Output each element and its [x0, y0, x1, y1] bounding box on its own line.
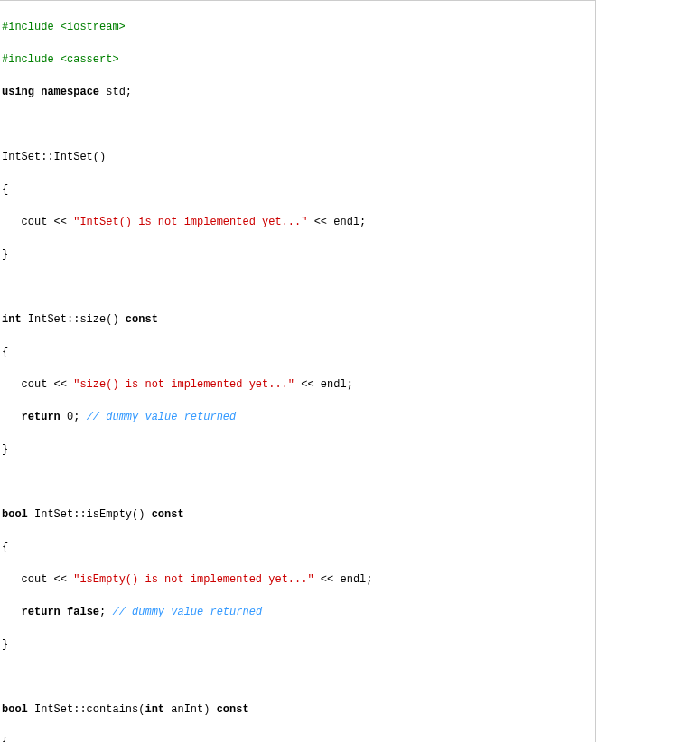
brace-open: {: [2, 183, 8, 196]
code-line: [2, 474, 595, 490]
code-line: int IntSet::size() const: [2, 311, 595, 328]
kw-const: const: [126, 313, 158, 326]
preproc-hash: #include: [2, 21, 54, 33]
code-line: {: [2, 344, 595, 360]
preproc-hash: #include: [2, 53, 54, 66]
brace-close: }: [2, 248, 8, 261]
code-line: IntSet::IntSet(): [2, 149, 595, 165]
semicolon: ;: [99, 606, 112, 618]
kw-int: int: [145, 703, 164, 716]
endl-tail: << endl;: [314, 573, 373, 586]
string-literal: "isEmpty() is not implemented yet...": [73, 573, 313, 586]
code-line: #include <iostream>: [2, 19, 595, 35]
func-sig: IntSet::isEmpty(): [28, 508, 152, 521]
indent: [2, 411, 22, 423]
code-line: }: [2, 441, 595, 458]
kw-return: return: [22, 411, 61, 423]
cout-prefix: cout <<: [2, 573, 73, 586]
kw-bool: bool: [2, 508, 28, 521]
code-line: {: [2, 734, 595, 742]
kw-int: int: [2, 313, 22, 326]
code-line: cout << "size() is not implemented yet..…: [2, 376, 595, 393]
comment: // dummy value returned: [87, 411, 237, 423]
kw-using: using: [2, 86, 34, 98]
ret-val: 0;: [61, 411, 87, 423]
func-sig: IntSet::contains(: [28, 703, 145, 716]
space: [61, 606, 67, 618]
func-sig: anInt): [164, 703, 217, 716]
code-line: }: [2, 246, 595, 263]
kw-namespace: namespace: [41, 86, 99, 98]
kw-const: const: [217, 703, 249, 716]
string-literal: "IntSet() is not implemented yet...": [73, 216, 307, 228]
func-sig: IntSet::size(): [22, 313, 126, 326]
code-line: cout << "IntSet() is not implemented yet…: [2, 214, 595, 230]
code-line: [2, 116, 595, 133]
code-line: }: [2, 636, 595, 653]
brace-open: {: [2, 346, 8, 358]
brace-close: }: [2, 638, 8, 651]
endl-tail: << endl;: [294, 378, 353, 391]
code-line: cout << "isEmpty() is not implemented ye…: [2, 571, 595, 588]
code-line: [2, 669, 595, 685]
cout-prefix: cout <<: [2, 216, 73, 228]
kw-const: const: [152, 508, 184, 521]
code-line: [2, 279, 595, 295]
endl-tail: << endl;: [307, 216, 366, 228]
include-header: <cassert>: [54, 53, 119, 66]
string-literal: "size() is not implemented yet...": [73, 378, 294, 391]
kw-false: false: [67, 606, 99, 618]
code-line: #include <cassert>: [2, 51, 595, 68]
brace-close: }: [2, 443, 8, 456]
kw-bool: bool: [2, 703, 28, 716]
code-block: #include <iostream> #include <cassert> u…: [0, 0, 596, 742]
code-line: return 0; // dummy value returned: [2, 409, 595, 425]
indent: [2, 606, 22, 618]
comment: // dummy value returned: [112, 606, 262, 618]
code-line: bool IntSet::contains(int anInt) const: [2, 701, 595, 718]
include-header: <iostream>: [54, 21, 126, 33]
code-line: using namespace std;: [2, 84, 595, 100]
code-line: {: [2, 181, 595, 198]
code-line: {: [2, 539, 595, 555]
cout-prefix: cout <<: [2, 378, 73, 391]
code-line: bool IntSet::isEmpty() const: [2, 506, 595, 523]
kw-return: return: [22, 606, 61, 618]
code-line: return false; // dummy value returned: [2, 604, 595, 620]
brace-open: {: [2, 541, 8, 553]
func-sig: IntSet::IntSet(): [2, 151, 106, 163]
plain-text: std;: [99, 86, 132, 98]
brace-open: {: [2, 736, 8, 742]
